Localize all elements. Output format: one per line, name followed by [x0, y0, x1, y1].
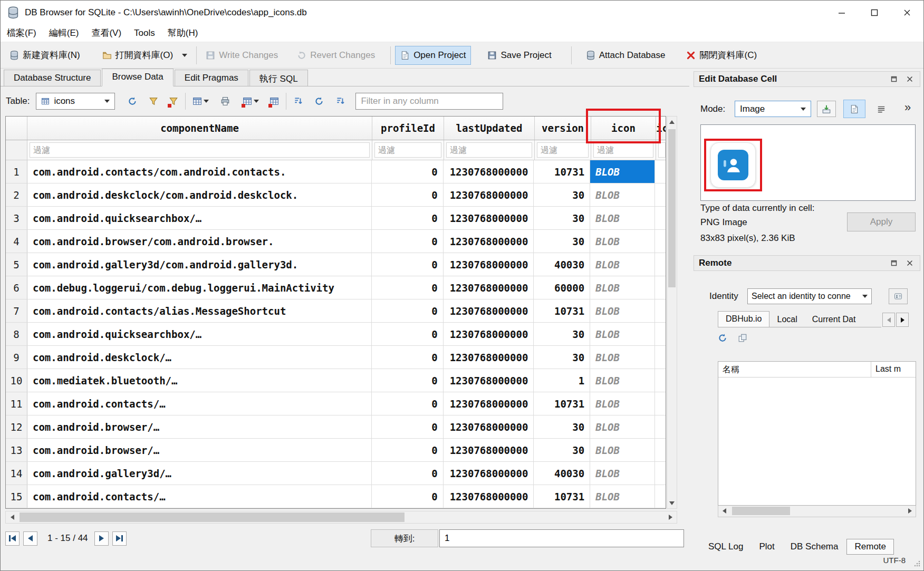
- cell-profileId[interactable]: 0: [372, 299, 444, 322]
- delete-record-button[interactable]: [266, 93, 282, 110]
- cell-profileId[interactable]: 0: [372, 253, 444, 276]
- cell-icon[interactable]: BLOB: [590, 207, 655, 229]
- filter-input-componentName[interactable]: [30, 142, 370, 158]
- cell-lastUpdated[interactable]: 1230768000000: [444, 253, 534, 276]
- cell-icon[interactable]: BLOB: [590, 299, 655, 322]
- cell-lastUpdated[interactable]: 1230768000000: [444, 485, 534, 508]
- cell-componentName[interactable]: com.android.browser/com.android.browser.: [27, 230, 372, 253]
- cell-partial[interactable]: [655, 230, 666, 253]
- tab-execute-sql[interactable]: 執行 SQL: [249, 70, 308, 86]
- scroll-down-icon[interactable]: [667, 498, 677, 508]
- column-header-partial[interactable]: ic: [656, 117, 666, 140]
- cell-componentName[interactable]: com.android.contacts/…: [27, 485, 372, 508]
- new-database-button[interactable]: 新建資料庫(N): [5, 45, 85, 65]
- menu-tools[interactable]: Tools: [128, 25, 161, 41]
- cell-profileId[interactable]: 0: [372, 276, 444, 299]
- cell-version[interactable]: 1: [534, 369, 590, 392]
- remote-tab-local[interactable]: Local: [769, 312, 804, 327]
- cell-version[interactable]: 40030: [534, 462, 590, 485]
- cell-profileId[interactable]: 0: [372, 207, 444, 229]
- cell-profileId[interactable]: 0: [372, 346, 444, 369]
- float-dock-icon[interactable]: [889, 258, 899, 268]
- save-filter-button[interactable]: [166, 93, 181, 110]
- cell-componentName[interactable]: com.android.deskclock/com.android.deskcl…: [27, 183, 372, 206]
- filter-input-profileId[interactable]: [374, 142, 441, 158]
- cell-profileId[interactable]: 0: [372, 230, 444, 253]
- filter-input-lastUpdated[interactable]: [446, 142, 532, 158]
- apply-button[interactable]: Apply: [847, 212, 916, 231]
- cell-lastUpdated[interactable]: 1230768000000: [444, 392, 534, 415]
- cell-lastUpdated[interactable]: 1230768000000: [444, 415, 534, 438]
- refresh-button[interactable]: [124, 93, 140, 110]
- cell-profileId[interactable]: 0: [372, 183, 444, 206]
- dock-tab-db-schema[interactable]: DB Schema: [783, 539, 846, 554]
- cell-icon[interactable]: BLOB: [590, 439, 655, 461]
- next-page-button[interactable]: [94, 531, 109, 546]
- first-page-button[interactable]: [5, 531, 20, 546]
- open-database-button[interactable]: 打開資料庫(O): [98, 45, 192, 65]
- cell-partial[interactable]: [655, 485, 666, 508]
- filter-input-icon[interactable]: [593, 142, 653, 158]
- cell-lastUpdated[interactable]: 1230768000000: [444, 207, 534, 229]
- cell-version[interactable]: 30: [534, 323, 590, 345]
- cell-icon[interactable]: BLOB: [590, 392, 655, 415]
- cell-componentName[interactable]: com.android.gallery3d/com.android.galler…: [27, 253, 372, 276]
- cell-componentName[interactable]: com.android.contacts/com.android.contact…: [27, 160, 372, 183]
- import-data-button[interactable]: [817, 101, 836, 117]
- column-header-lastUpdated[interactable]: lastUpdated: [444, 117, 535, 140]
- cell-version[interactable]: 10731: [534, 392, 590, 415]
- menu-edit[interactable]: 編輯(E): [43, 24, 85, 42]
- dock-tab-sql-log[interactable]: SQL Log: [701, 539, 750, 554]
- cell-profileId[interactable]: 0: [372, 439, 444, 461]
- vertical-scroll-thumb[interactable]: [668, 129, 676, 287]
- word-wrap-button[interactable]: [873, 102, 890, 117]
- cell-icon[interactable]: BLOB: [590, 462, 655, 485]
- new-record-button[interactable]: [189, 93, 212, 110]
- tab-edit-pragmas[interactable]: Edit Pragmas: [175, 70, 248, 86]
- more-tools-button[interactable]: »: [904, 101, 911, 114]
- identity-import-button[interactable]: [889, 288, 908, 304]
- tab-scroll-left-button[interactable]: [882, 313, 895, 327]
- print-button[interactable]: [217, 93, 233, 110]
- text-view-button[interactable]: [843, 100, 865, 118]
- cell-version[interactable]: 30: [534, 183, 590, 206]
- write-changes-button[interactable]: Write Changes: [201, 46, 283, 64]
- cell-partial[interactable]: [655, 346, 666, 369]
- cell-profileId[interactable]: 0: [372, 369, 444, 392]
- tab-scroll-right-button[interactable]: [896, 313, 909, 327]
- cell-version[interactable]: 30: [534, 230, 590, 253]
- revert-changes-button[interactable]: Revert Changes: [292, 46, 380, 64]
- sort-desc-button[interactable]: [332, 93, 348, 110]
- minimize-button[interactable]: [825, 1, 858, 24]
- cell-componentName[interactable]: com.mediatek.bluetooth/…: [27, 369, 372, 392]
- filter-input-partial[interactable]: [658, 142, 666, 158]
- cell-icon[interactable]: BLOB: [590, 346, 655, 369]
- save-project-button[interactable]: Save Project: [483, 46, 556, 64]
- cell-icon[interactable]: BLOB: [590, 415, 655, 438]
- cell-partial[interactable]: [655, 160, 666, 183]
- column-header-profileId[interactable]: profileId: [372, 117, 444, 140]
- cell-profileId[interactable]: 0: [372, 323, 444, 345]
- remote-scroll-thumb[interactable]: [732, 507, 790, 515]
- table-selector[interactable]: icons: [36, 93, 115, 110]
- remote-tab-current[interactable]: Current Dat: [805, 312, 863, 327]
- column-header-icon[interactable]: icon: [591, 117, 656, 140]
- close-dock-icon[interactable]: [904, 258, 915, 268]
- cell-profileId[interactable]: 0: [372, 485, 444, 508]
- cell-partial[interactable]: [655, 392, 666, 415]
- cell-lastUpdated[interactable]: 1230768000000: [444, 276, 534, 299]
- cell-partial[interactable]: [655, 207, 666, 229]
- column-header-version[interactable]: version: [535, 117, 591, 140]
- cell-lastUpdated[interactable]: 1230768000000: [444, 160, 534, 183]
- cell-componentName[interactable]: com.android.contacts/alias.MessageShortc…: [27, 299, 372, 322]
- cell-version[interactable]: 30: [534, 415, 590, 438]
- tab-database-structure[interactable]: Database Structure: [4, 70, 101, 86]
- dock-tab-plot[interactable]: Plot: [752, 539, 782, 554]
- vertical-scrollbar[interactable]: [667, 116, 677, 509]
- close-dock-icon[interactable]: [904, 74, 915, 84]
- cell-lastUpdated[interactable]: 1230768000000: [444, 183, 534, 206]
- mode-select[interactable]: Image: [735, 101, 811, 117]
- resize-grip-icon[interactable]: [913, 560, 921, 567]
- remote-scroll-right-icon[interactable]: [904, 506, 916, 516]
- cell-componentName[interactable]: com.android.browser/…: [27, 415, 372, 438]
